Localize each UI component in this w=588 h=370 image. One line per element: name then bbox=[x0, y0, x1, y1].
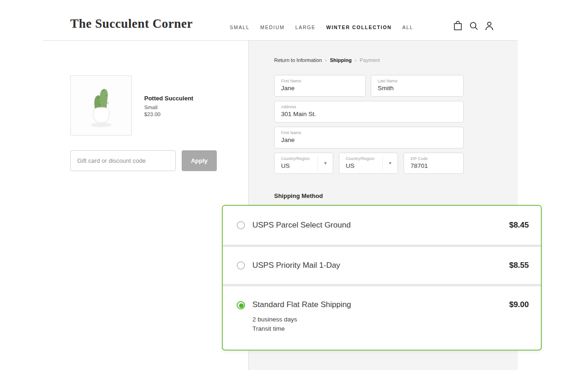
shipping-option-price: $8.45 bbox=[509, 221, 529, 230]
shipping-option-price: $8.55 bbox=[509, 261, 529, 270]
field-value: 301 Main St. bbox=[281, 111, 457, 117]
header-icons bbox=[453, 21, 494, 31]
first-name-field[interactable]: First Name Jane bbox=[274, 75, 366, 97]
shipping-options-panel: USPS Parcel Select Ground $8.45 USPS Pri… bbox=[222, 205, 542, 351]
nav-item-large[interactable]: LARGE bbox=[295, 25, 316, 30]
chevron-right-icon: › bbox=[355, 58, 356, 63]
checkout-page: The Succulent Corner SMALL MEDIUM LARGE … bbox=[0, 0, 588, 370]
discount-code-input[interactable] bbox=[70, 150, 176, 171]
shipping-option-main: Standard Flat Rate Shipping 2 business d… bbox=[252, 300, 351, 332]
nav-item-small[interactable]: SMALL bbox=[230, 25, 250, 30]
shipping-option-price: $9.00 bbox=[509, 300, 529, 309]
field-value: Smith bbox=[378, 85, 457, 92]
shipping-option-label: Standard Flat Rate Shipping bbox=[252, 300, 351, 309]
chevron-down-icon: ▼ bbox=[382, 156, 398, 171]
search-icon[interactable] bbox=[469, 21, 478, 31]
user-icon[interactable] bbox=[484, 21, 494, 31]
shipping-method-heading: Shipping Method bbox=[274, 192, 323, 199]
shipping-option-label: USPS Priority Mail 1-Day bbox=[252, 261, 340, 270]
radio-button-selected-icon[interactable] bbox=[237, 301, 245, 309]
nav-item-medium[interactable]: MEDIUM bbox=[260, 25, 285, 30]
field-label: Last Name bbox=[378, 79, 457, 83]
nav-item-winter-collection[interactable]: WINTER COLLECTION bbox=[326, 25, 392, 30]
shipping-option-standard-flat[interactable]: Standard Flat Rate Shipping 2 business d… bbox=[223, 286, 541, 347]
field-label: First Name bbox=[281, 130, 457, 135]
bag-icon[interactable] bbox=[453, 21, 463, 31]
field-value: Jane bbox=[281, 85, 359, 92]
shipping-option-usps-parcel[interactable]: USPS Parcel Select Ground $8.45 bbox=[223, 206, 541, 245]
main-nav: SMALL MEDIUM LARGE WINTER COLLECTION ALL bbox=[230, 25, 413, 30]
shipping-detail-line: Transit time bbox=[252, 325, 351, 332]
shipping-option-details: 2 business days Transit time bbox=[252, 316, 351, 332]
breadcrumb-information[interactable]: Return to Information bbox=[274, 57, 322, 63]
breadcrumb-shipping: Shipping bbox=[330, 57, 352, 63]
breadcrumb: Return to Information › Shipping › Payme… bbox=[274, 57, 380, 63]
zip-code-field[interactable]: ZIP Code 78701 bbox=[404, 153, 464, 174]
product-name: Potted Succulent bbox=[144, 95, 193, 102]
field-label: First Name bbox=[281, 79, 359, 83]
succulent-illustration bbox=[80, 82, 122, 129]
product-image bbox=[70, 75, 132, 136]
nav-item-all[interactable]: ALL bbox=[402, 25, 413, 30]
shipping-detail-line: 2 business days bbox=[252, 316, 351, 323]
breadcrumb-payment: Payment bbox=[360, 57, 380, 63]
product-price: $23.00 bbox=[144, 111, 193, 117]
last-name-field[interactable]: Last Name Smith bbox=[371, 75, 464, 97]
first-name-field-2[interactable]: First Name Jane bbox=[274, 127, 464, 148]
country-select-1[interactable]: Country/Region US ▼ bbox=[274, 153, 333, 174]
shipping-option-label: USPS Parcel Select Ground bbox=[252, 221, 351, 230]
chevron-down-icon: ▼ bbox=[318, 156, 333, 171]
apply-button[interactable]: Apply bbox=[182, 150, 217, 171]
country-select-2[interactable]: Country/Region US ▼ bbox=[339, 153, 398, 174]
field-label: ZIP Code bbox=[410, 156, 457, 161]
store-logo[interactable]: The Succulent Corner bbox=[70, 17, 193, 31]
product-info: Potted Succulent Small $23.00 bbox=[144, 95, 193, 117]
radio-button-icon[interactable] bbox=[237, 261, 245, 270]
radio-button-icon[interactable] bbox=[237, 221, 245, 229]
shipping-option-usps-priority[interactable]: USPS Priority Mail 1-Day $8.55 bbox=[223, 247, 541, 284]
field-label: Address bbox=[281, 105, 457, 109]
chevron-right-icon: › bbox=[325, 58, 326, 63]
field-value: Jane bbox=[281, 136, 457, 143]
address-field[interactable]: Address 301 Main St. bbox=[274, 101, 464, 123]
field-value: 78701 bbox=[410, 162, 457, 169]
product-variant: Small bbox=[144, 105, 193, 110]
